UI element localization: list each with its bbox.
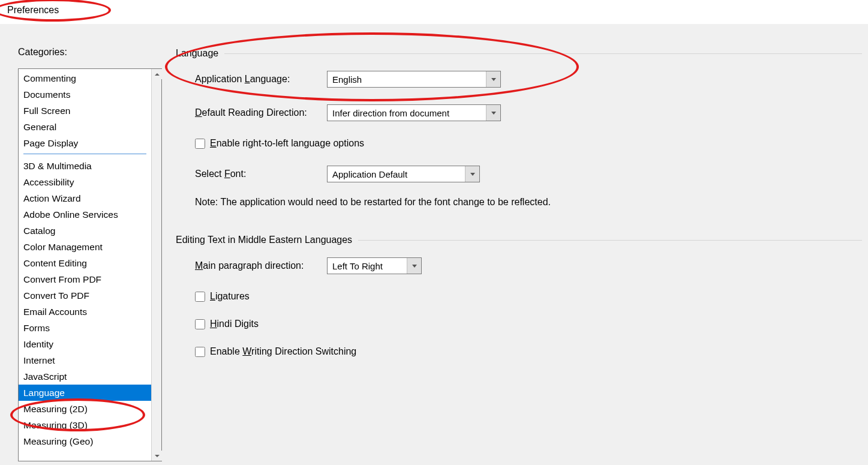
list-item-language[interactable]: Language [19,385,151,401]
application-language-value: English [328,74,486,85]
default-reading-direction-value: Infer direction from document [328,108,486,118]
list-item[interactable]: Convert To PDF [19,287,151,304]
hindi-digits-label: Hindi Digits [210,319,259,329]
application-language-label: Application Language: [195,74,327,85]
chevron-up-icon [155,73,160,76]
default-reading-direction-label: Default Reading Direction: [195,107,327,118]
combo-button[interactable] [465,166,479,182]
list-item[interactable]: Email Accounts [19,304,151,320]
combo-button[interactable] [407,258,421,274]
list-item[interactable]: Accessibility [19,174,151,190]
list-divider [23,154,146,154]
list-item[interactable]: Convert From PDF [19,271,151,287]
content-area: Categories: Commenting Documents Full Sc… [0,24,868,465]
list-item[interactable]: Commenting [19,70,151,86]
select-font-combo[interactable]: Application Default [327,166,480,182]
list-item[interactable]: Identity [19,336,151,352]
main-panel: Language Application Language: English D… [177,48,862,387]
combo-button[interactable] [486,105,500,121]
enable-rtl-checkbox[interactable] [195,139,205,149]
list-item[interactable]: General [19,119,151,135]
list-item[interactable]: Measuring (2D) [19,401,151,417]
combo-button[interactable] [486,71,500,87]
categories-listbox[interactable]: Commenting Documents Full Screen General… [18,68,162,461]
categories-list[interactable]: Commenting Documents Full Screen General… [19,69,151,461]
list-item[interactable]: Measuring (3D) [19,417,151,433]
ligatures-checkbox[interactable] [195,292,205,302]
list-item[interactable]: Content Editing [19,255,151,271]
enable-rtl-label: Enable right-to-left language options [210,138,364,149]
dialog-title: Preferences [0,0,868,24]
list-item[interactable]: Page Display [19,135,151,151]
middle-eastern-group: Editing Text in Middle Eastern Languages… [177,235,862,369]
select-font-label: Select Font: [195,169,327,179]
chevron-down-icon [491,112,496,115]
application-language-combo[interactable]: English [327,71,501,88]
list-item[interactable]: Color Management [19,239,151,255]
middle-eastern-group-legend: Editing Text in Middle Eastern Languages [176,235,357,245]
writing-direction-switching-checkbox[interactable] [195,347,205,357]
main-paragraph-direction-label: Main paragraph direction: [195,260,327,271]
main-paragraph-direction-combo[interactable]: Left To Right [327,257,422,274]
list-item[interactable]: Action Wizard [19,190,151,206]
list-item[interactable]: JavaScript [19,368,151,385]
language-group-legend: Language [176,48,223,59]
list-item[interactable]: Documents [19,86,151,103]
scroll-up-button[interactable] [152,69,162,79]
scroll-down-button[interactable] [152,451,162,461]
default-reading-direction-combo[interactable]: Infer direction from document [327,104,501,121]
ligatures-label: Ligatures [210,291,250,302]
sidebar: Categories: Commenting Documents Full Sc… [18,47,162,461]
list-item[interactable]: Catalog [19,223,151,239]
list-item[interactable]: Forms [19,320,151,336]
language-group: Language Application Language: English D… [177,48,862,217]
scrollbar[interactable] [151,69,161,461]
hindi-digits-checkbox[interactable] [195,319,205,329]
list-item[interactable]: Full Screen [19,103,151,119]
main-paragraph-direction-value: Left To Right [328,261,407,271]
chevron-down-icon [155,455,160,457]
writing-direction-switching-label: Enable Writing Direction Switching [210,346,356,357]
categories-label: Categories: [18,47,162,58]
list-item[interactable]: Adobe Online Services [19,206,151,223]
list-item[interactable]: Internet [19,352,151,368]
chevron-down-icon [491,78,496,81]
list-item[interactable]: 3D & Multimedia [19,158,151,174]
list-item[interactable]: Measuring (Geo) [19,433,151,449]
chevron-down-icon [412,265,417,268]
font-restart-note: Note: The application would need to be r… [195,197,862,208]
chevron-down-icon [470,173,475,176]
select-font-value: Application Default [328,169,465,179]
